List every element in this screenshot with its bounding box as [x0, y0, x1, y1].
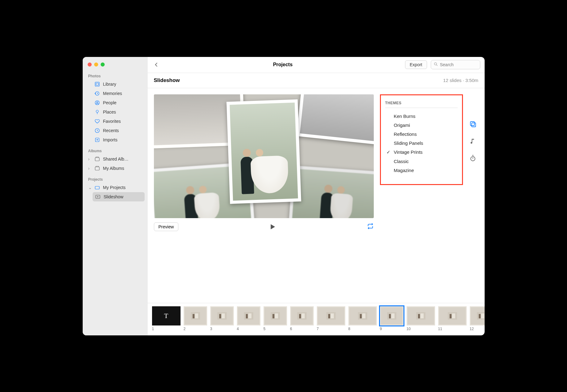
- sidebar-item-library[interactable]: Library: [86, 80, 145, 89]
- filmstrip-thumb[interactable]: 12: [470, 306, 485, 331]
- filmstrip-thumb[interactable]: 6: [290, 306, 314, 331]
- svg-point-2: [434, 62, 437, 65]
- svg-rect-29: [391, 313, 395, 318]
- svg-rect-37: [479, 314, 481, 318]
- sidebar-item-memories[interactable]: Memories: [86, 89, 145, 98]
- sidebar-item-label: Memories: [103, 91, 122, 96]
- pin-icon: [94, 109, 100, 115]
- themes-tab-button[interactable]: [469, 120, 477, 129]
- theme-option-classic[interactable]: Classic: [385, 157, 458, 166]
- svg-rect-16: [273, 314, 274, 318]
- close-window-button[interactable]: [88, 62, 92, 67]
- theme-label: Ken Burns: [394, 114, 416, 119]
- sidebar-item-my-albums[interactable]: › My Albums: [86, 164, 145, 173]
- sidebar-item-imports[interactable]: Imports: [86, 135, 145, 144]
- filmstrip-thumb[interactable]: T 1: [152, 306, 181, 331]
- svg-rect-23: [331, 313, 334, 318]
- sidebar-section-albums: Albums: [86, 147, 145, 154]
- main-area: Projects Export Slideshow 12 slides · 3:…: [148, 57, 485, 335]
- search-field[interactable]: [431, 60, 480, 69]
- svg-rect-4: [472, 123, 476, 127]
- filmstrip-thumb[interactable]: 2: [184, 306, 207, 331]
- theme-option-ken-burns[interactable]: Ken Burns: [385, 112, 458, 121]
- search-input[interactable]: [440, 62, 478, 67]
- svg-rect-31: [418, 314, 420, 318]
- svg-rect-13: [246, 314, 248, 318]
- filmstrip: T 1 2 3 4 5 6 7 8 9 10 11 12 +: [148, 303, 485, 335]
- sidebar-item-favorites[interactable]: Favorites: [86, 117, 145, 126]
- sidebar-item-recents[interactable]: Recents: [86, 126, 145, 135]
- thumb-label: 11: [438, 327, 467, 331]
- theme-option-vintage-prints[interactable]: ✓ Vintage Prints: [385, 148, 458, 157]
- thumb-label: 6: [290, 327, 314, 331]
- theme-option-origami[interactable]: Origami: [385, 121, 458, 130]
- thumb-label: 12: [470, 327, 485, 331]
- sidebar-item-shared-alb-[interactable]: › Shared Alb…: [86, 154, 145, 164]
- filmstrip-thumb[interactable]: 5: [264, 306, 287, 331]
- filmstrip-thumb[interactable]: 11: [438, 306, 467, 331]
- chevron-down-icon: ⌄: [88, 185, 91, 190]
- sidebar-item-label: Places: [103, 110, 116, 114]
- check-icon: ✓: [386, 149, 391, 155]
- thumb-label: 8: [348, 327, 377, 331]
- preview-button[interactable]: Preview: [154, 222, 179, 231]
- filmstrip-thumb[interactable]: 10: [407, 306, 435, 331]
- svg-rect-0: [95, 186, 99, 189]
- project-name: Slideshow: [154, 77, 180, 84]
- theme-option-reflections[interactable]: Reflections: [385, 130, 458, 139]
- sidebar-item-slideshow[interactable]: Slideshow: [93, 192, 145, 201]
- thumb-image: T: [152, 306, 181, 325]
- project-meta: 12 slides · 3:50m: [443, 78, 478, 83]
- thumb-image: [438, 306, 467, 325]
- minimize-window-button[interactable]: [94, 62, 98, 67]
- filmstrip-thumb[interactable]: 3: [210, 306, 234, 331]
- theme-label: Magazine: [394, 168, 414, 173]
- grid-icon: [94, 81, 100, 87]
- play-button[interactable]: [183, 222, 362, 231]
- svg-rect-19: [299, 314, 301, 318]
- clock-arrow-icon: [94, 91, 100, 96]
- thumb-image: [380, 306, 403, 325]
- loop-button[interactable]: [367, 223, 374, 231]
- sidebar-item-my-projects[interactable]: ⌄ My Projects: [86, 183, 145, 192]
- thumb-image: [470, 306, 485, 325]
- theme-option-magazine[interactable]: Magazine: [385, 166, 458, 175]
- sidebar-section-photos: Photos: [86, 72, 145, 80]
- chevron-right-icon: ›: [88, 157, 91, 162]
- filmstrip-thumb[interactable]: 4: [237, 306, 260, 331]
- thumb-label: 1: [152, 327, 181, 331]
- thumb-image: [210, 306, 234, 325]
- export-button[interactable]: Export: [405, 60, 427, 69]
- back-button[interactable]: [152, 60, 161, 69]
- sidebar-item-label: My Albums: [103, 166, 124, 171]
- filmstrip-thumb[interactable]: 9: [380, 306, 403, 331]
- thumb-image: [264, 306, 287, 325]
- svg-rect-35: [452, 313, 455, 318]
- thumb-label: 3: [210, 327, 234, 331]
- themes-panel: THEMES Ken Burns Origami Reflections Sli…: [380, 94, 463, 185]
- svg-rect-7: [193, 314, 194, 318]
- album-icon: [94, 156, 100, 162]
- app-window: Photos Library Memories People Places Fa…: [83, 57, 485, 335]
- heart-icon: [94, 118, 100, 124]
- zoom-window-button[interactable]: [101, 62, 105, 67]
- svg-rect-11: [222, 313, 225, 318]
- sidebar-item-label: Shared Alb…: [103, 157, 129, 162]
- theme-option-sliding-panels[interactable]: Sliding Panels: [385, 139, 458, 148]
- chevron-right-icon: ›: [88, 166, 91, 171]
- duration-tab-button[interactable]: [469, 154, 477, 163]
- window-controls: [83, 61, 148, 72]
- sidebar-section-projects: Projects: [86, 175, 145, 183]
- filmstrip-thumb[interactable]: 7: [317, 306, 345, 331]
- music-tab-button[interactable]: [469, 138, 476, 146]
- thumb-image: [290, 306, 314, 325]
- sidebar-item-label: Library: [103, 82, 116, 87]
- sidebar-item-people[interactable]: People: [86, 98, 145, 107]
- theme-label: Vintage Prints: [394, 149, 423, 155]
- svg-rect-38: [481, 313, 484, 318]
- sidebar-item-places[interactable]: Places: [86, 107, 145, 117]
- slideshow-icon: [95, 194, 101, 200]
- subheader: Slideshow 12 slides · 3:50m: [148, 73, 485, 88]
- filmstrip-thumb[interactable]: 8: [348, 306, 377, 331]
- thumb-label: 10: [407, 327, 435, 331]
